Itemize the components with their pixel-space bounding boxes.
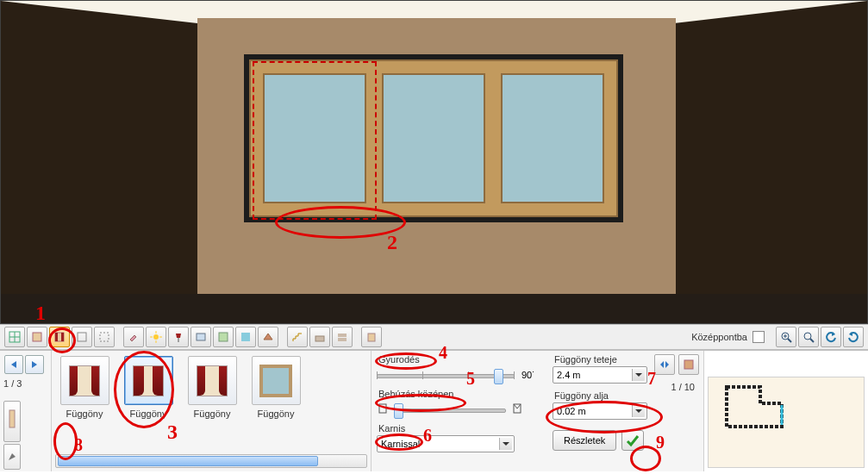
redo-button[interactable]: [843, 327, 864, 347]
center-pull-min-icon: [377, 402, 389, 416]
karnis-combo[interactable]: Karnissal: [377, 435, 515, 452]
svg-rect-21: [338, 338, 347, 341]
details-button-label: Részletek: [564, 435, 605, 446]
plan-preview[interactable]: [708, 377, 865, 468]
curtain-bottom-combo[interactable]: 0.02 m: [553, 402, 647, 420]
svg-rect-34: [379, 404, 386, 413]
tool-picture-icon[interactable]: [190, 327, 211, 347]
center-pull-slider[interactable]: [394, 401, 506, 418]
svg-line-24: [788, 339, 791, 342]
plan-outline-icon: [724, 384, 784, 429]
viewport-3d[interactable]: 2 1: [0, 0, 868, 324]
catalog-nav-left: 1 / 3: [0, 351, 52, 471]
tool-material-icon[interactable]: [213, 327, 234, 347]
svg-rect-22: [368, 334, 375, 341]
svg-marker-36: [660, 361, 664, 368]
catalog-item-label: Függöny: [57, 409, 112, 419]
tool-curtain-icon[interactable]: [49, 327, 70, 347]
bottom-panel: 1 / 3 Függöny Függöny Függöny Függ: [0, 350, 868, 471]
main-toolbar: Középpontba: [0, 324, 868, 350]
svg-rect-5: [55, 333, 58, 341]
tool-room-outline-icon[interactable]: [94, 327, 115, 347]
karnis-value: Karnissal: [381, 439, 420, 449]
window-inner: [249, 59, 618, 217]
gather-label: Gyurodés: [378, 354, 540, 365]
tool-sun-icon[interactable]: [146, 327, 166, 347]
details-button[interactable]: Részletek: [553, 430, 616, 451]
ceiling-left: [1, 1, 197, 23]
page-indicator: 1 / 3: [3, 378, 47, 389]
svg-rect-6: [61, 333, 64, 341]
chevron-down-icon[interactable]: [499, 438, 512, 450]
catalog-item-label: Függöny: [121, 409, 176, 419]
center-pull-label: Behúzás középen: [378, 389, 540, 399]
tool-building-icon[interactable]: [361, 327, 382, 347]
svg-rect-38: [684, 360, 693, 369]
floor: [1, 294, 868, 324]
pick-tool-button[interactable]: [3, 444, 21, 470]
undo-button[interactable]: [821, 327, 841, 347]
tool-paint-icon[interactable]: [123, 327, 144, 347]
chevron-down-icon[interactable]: [632, 369, 645, 381]
tool-lamp-icon[interactable]: [168, 327, 189, 347]
material-pick-button[interactable]: [678, 354, 699, 375]
ceiling-right: [674, 1, 867, 23]
svg-rect-3: [33, 333, 41, 341]
svg-rect-16: [219, 333, 228, 341]
svg-marker-37: [665, 361, 669, 368]
svg-point-9: [153, 334, 159, 340]
zoom-in-button[interactable]: [776, 327, 796, 347]
edit-tool-button[interactable]: [3, 401, 21, 442]
tool-floor-icon[interactable]: [309, 327, 330, 347]
svg-rect-17: [241, 333, 250, 341]
apply-button[interactable]: [621, 430, 644, 451]
curtain-top-combo[interactable]: 2.4 m: [553, 366, 647, 384]
params-section: Gyurodés 90˙ Behúzás középen Karnis: [372, 351, 704, 471]
center-checkbox[interactable]: [752, 331, 765, 343]
svg-marker-31: [11, 361, 16, 368]
curtain-bottom-value: 0.02 m: [557, 406, 586, 416]
window-pane: [377, 68, 490, 209]
gather-slider[interactable]: [377, 366, 515, 384]
center-checkbox-label: Középpontba: [691, 332, 747, 342]
variant-page-indicator: 1 / 10: [671, 382, 695, 392]
catalog-item-selected[interactable]: Függöny: [121, 356, 176, 419]
chevron-down-icon[interactable]: [632, 405, 645, 417]
tool-wall-icon[interactable]: [27, 327, 47, 347]
svg-point-27: [804, 333, 811, 340]
catalog-item[interactable]: Függöny: [184, 356, 240, 419]
tool-sky-icon[interactable]: [235, 327, 256, 347]
gather-max-label: 90˙: [521, 370, 535, 380]
center-pull-max-icon: [511, 402, 523, 416]
catalog-item-label: Függöny: [184, 409, 240, 419]
tool-roof-icon[interactable]: [258, 327, 278, 347]
svg-marker-32: [32, 361, 37, 368]
next-page-button[interactable]: [25, 355, 44, 374]
svg-line-28: [810, 339, 814, 342]
prev-page-button[interactable]: [4, 355, 23, 374]
svg-rect-7: [78, 333, 86, 341]
catalog-section: Függöny Függöny Függöny Függöny 3: [52, 351, 372, 471]
curtain-bottom-label: Függöny alja: [554, 390, 690, 401]
svg-rect-20: [338, 334, 347, 337]
side-swap-button[interactable]: [654, 354, 675, 375]
catalog-scrollbar[interactable]: [55, 454, 367, 468]
svg-rect-19: [315, 336, 324, 341]
back-wall[interactable]: [197, 18, 676, 294]
tool-grid-icon[interactable]: [4, 327, 25, 347]
window-object[interactable]: [244, 54, 623, 222]
tool-room-icon[interactable]: [72, 327, 92, 347]
catalog-item-label: Függöny: [248, 409, 303, 419]
tool-stairs-icon[interactable]: [287, 327, 308, 347]
tool-floor2-icon[interactable]: [332, 327, 353, 347]
window-pane: [258, 68, 372, 209]
svg-rect-15: [197, 334, 205, 340]
annotation-number: 3: [167, 421, 178, 442]
catalog-item[interactable]: Függöny: [57, 356, 112, 419]
scrollbar-thumb[interactable]: [58, 456, 318, 466]
zoom-fit-button[interactable]: [798, 327, 819, 347]
karnis-label: Karnis: [378, 423, 540, 433]
svg-rect-33: [9, 410, 15, 427]
catalog-item[interactable]: Függöny: [248, 356, 303, 419]
plan-section: [704, 351, 868, 471]
